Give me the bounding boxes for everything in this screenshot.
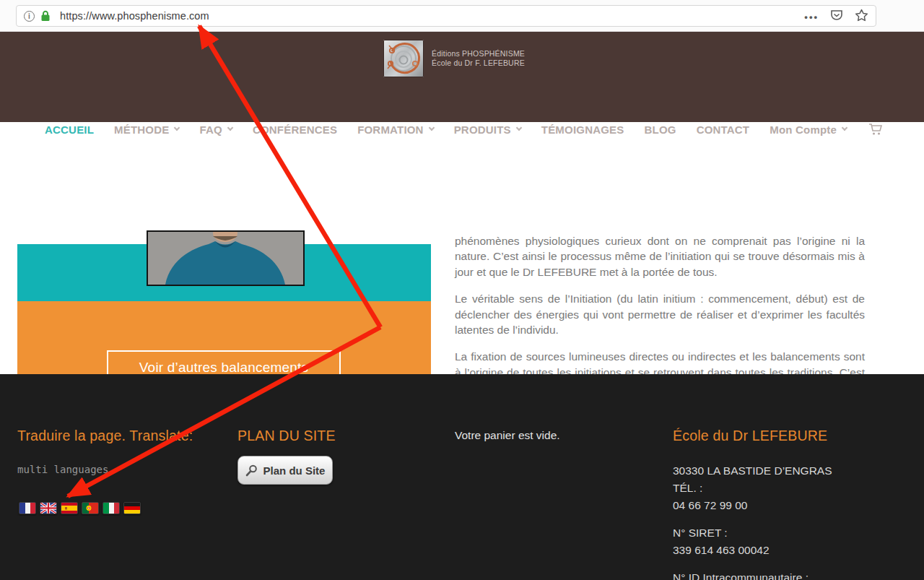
sitemap-heading: PLAN DU SITE xyxy=(237,428,336,444)
nav-label: CONTACT xyxy=(697,124,750,136)
page-info-icon[interactable]: i xyxy=(24,11,35,22)
flag-united-kingdom-icon[interactable] xyxy=(40,502,57,514)
address-tel-label: TÉL. : xyxy=(673,480,911,497)
address-city: 30330 LA BASTIDE D’ENGRAS xyxy=(673,462,911,480)
address-siret-label: N° SIRET : xyxy=(673,524,911,542)
page-content: Voir d’autres balancements phénomènes ph… xyxy=(0,122,924,374)
language-flags xyxy=(19,502,141,514)
nav-item-contact[interactable]: CONTACT xyxy=(697,124,750,136)
urlbar-actions: ••• xyxy=(804,6,868,27)
main-navigation: ACCUEIL MÉTHODE FAQ CONFÉRENCES FORMATIO… xyxy=(45,118,883,140)
nav-label: FORMATION xyxy=(357,124,424,136)
nav-label: ACCUEIL xyxy=(45,124,94,136)
nav-label: BLOG xyxy=(644,124,676,136)
address-vat-label: N° ID Intracommunautaire : xyxy=(673,569,911,580)
page-actions-icon[interactable]: ••• xyxy=(804,12,819,22)
nav-item-blog[interactable]: BLOG xyxy=(644,124,676,136)
phosphenism-logo-icon xyxy=(383,40,424,77)
chevron-down-icon xyxy=(428,125,434,131)
site-header: Éditions PHOSPHÉNISME École du Dr F. LEF… xyxy=(0,32,924,122)
magnifier-icon xyxy=(245,464,258,477)
url-bar[interactable]: i https://www.phosphenisme.com ••• xyxy=(16,5,876,27)
bookmark-star-icon[interactable] xyxy=(855,9,868,25)
site-footer: Traduire la page. Translate: multi langu… xyxy=(0,374,924,580)
url-text[interactable]: https://www.phosphenisme.com xyxy=(60,10,209,22)
site-logo[interactable]: Éditions PHOSPHÉNISME École du Dr F. LEF… xyxy=(383,40,525,77)
flag-france-icon[interactable] xyxy=(19,502,36,514)
nav-item-methode[interactable]: MÉTHODE xyxy=(114,124,179,136)
plan-du-site-button[interactable]: Plan du Site xyxy=(237,456,333,485)
balancement-video-still[interactable] xyxy=(147,230,305,286)
https-lock-icon[interactable] xyxy=(40,10,51,22)
cart-status: Votre panier est vide. xyxy=(455,429,560,442)
flag-portugal-icon[interactable] xyxy=(82,502,99,514)
pocket-icon[interactable] xyxy=(830,9,843,25)
nav-label: FAQ xyxy=(199,124,222,136)
nav-item-temoignages[interactable]: TÉMOIGNAGES xyxy=(541,124,624,136)
chevron-down-icon xyxy=(842,125,847,131)
nav-item-conferences[interactable]: CONFÉRENCES xyxy=(253,124,337,136)
nav-label: PRODUITS xyxy=(454,124,511,136)
flag-italy-icon[interactable] xyxy=(103,502,120,514)
logo-caption: Éditions PHOSPHÉNISME École du Dr F. LEF… xyxy=(432,49,525,68)
nav-label: MÉTHODE xyxy=(114,124,169,136)
nav-item-formation[interactable]: FORMATION xyxy=(357,124,434,136)
multi-languages-label: multi languages xyxy=(17,464,193,475)
school-heading: École du Dr LEFEBURE xyxy=(673,428,911,444)
logo-caption-line1: Éditions PHOSPHÉNISME xyxy=(432,49,525,59)
cart-button[interactable] xyxy=(868,123,883,136)
shopping-cart-icon xyxy=(868,123,883,136)
address-tel-number[interactable]: 04 66 72 99 00 xyxy=(673,497,911,514)
school-address: 30330 LA BASTIDE D’ENGRAS TÉL. : 04 66 7… xyxy=(673,462,911,580)
person-torso-image xyxy=(148,232,303,285)
flag-spain-icon[interactable] xyxy=(61,502,78,514)
footer-translate-column: Traduire la page. Translate: multi langu… xyxy=(17,428,193,475)
footer-school-column: École du Dr LEFEBURE 30330 LA BASTIDE D’… xyxy=(673,428,911,580)
nav-label: TÉMOIGNAGES xyxy=(541,124,624,136)
chevron-down-icon xyxy=(227,125,233,131)
chevron-down-icon xyxy=(174,125,180,131)
chevron-down-icon xyxy=(516,125,522,131)
translate-heading: Traduire la page. Translate: xyxy=(17,428,193,444)
article-paragraph-1: phénomènes physiologiques curieux dont o… xyxy=(455,233,865,280)
footer-sitemap-column: PLAN DU SITE Plan du Site xyxy=(237,428,336,485)
address-siret-number: 339 614 463 00042 xyxy=(673,542,911,559)
nav-label: CONFÉRENCES xyxy=(253,124,337,136)
nav-label: Mon Compte xyxy=(770,124,837,136)
browser-toolbar: i https://www.phosphenisme.com ••• xyxy=(0,0,924,32)
article-paragraph-2: Le véritable sens de l’Initiation (du la… xyxy=(455,291,865,337)
plan-du-site-label: Plan du Site xyxy=(263,464,326,477)
nav-item-faq[interactable]: FAQ xyxy=(199,124,232,136)
nav-item-mon-compte[interactable]: Mon Compte xyxy=(770,124,847,136)
logo-caption-line2: École du Dr F. LEFEBURE xyxy=(432,59,525,68)
nav-item-produits[interactable]: PRODUITS xyxy=(454,124,521,136)
flag-germany-icon[interactable] xyxy=(123,502,141,514)
nav-item-accueil[interactable]: ACCUEIL xyxy=(45,124,94,136)
